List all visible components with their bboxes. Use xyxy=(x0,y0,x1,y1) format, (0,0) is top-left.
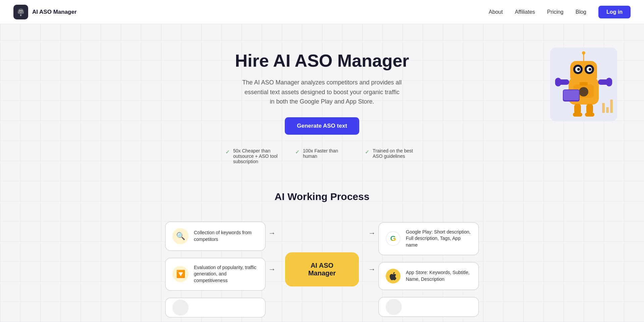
output-card-partial xyxy=(378,297,479,317)
input-card-evaluation: 🔽 Evaluation of popularity, traffic gene… xyxy=(165,258,266,291)
svg-point-3 xyxy=(19,10,20,11)
filter-icon: 🔽 xyxy=(172,266,189,282)
nav-about[interactable]: About xyxy=(489,9,503,15)
arrow-2: → xyxy=(268,255,276,284)
input-card-evaluation-text: Evaluation of popularity, traffic genera… xyxy=(194,264,258,284)
apple-icon xyxy=(386,269,400,283)
feature-item-2: ✓ 100x Faster than human xyxy=(295,148,349,164)
partial-icon-right xyxy=(386,299,402,315)
login-button[interactable]: Log in xyxy=(598,6,631,18)
output-cards-col: G Google Play: Short description, Full d… xyxy=(378,222,479,317)
ai-center-box: AI ASO Manager xyxy=(285,252,359,286)
svg-rect-30 xyxy=(573,113,582,117)
robot-illustration xyxy=(550,38,624,138)
process-section: AI Working Process 🔍 Collection of keywo… xyxy=(0,184,644,322)
svg-point-4 xyxy=(21,10,22,11)
hero-section: Hire AI ASO Manager The AI ASO Manager a… xyxy=(0,24,644,184)
input-cards-col: 🔍 Collection of keywords from competitor… xyxy=(165,221,266,318)
hero-subtitle: The AI ASO Manager analyzes competitors … xyxy=(241,78,402,107)
svg-rect-27 xyxy=(564,90,579,100)
ai-center-col: AI ASO Manager xyxy=(278,252,366,286)
svg-rect-5 xyxy=(19,12,22,13)
logo-area: AI ASO Manager xyxy=(13,5,77,19)
svg-rect-29 xyxy=(586,104,593,114)
feature-text-2: 100x Faster than human xyxy=(303,148,349,159)
right-arrows: → → → xyxy=(366,218,378,320)
svg-rect-21 xyxy=(555,78,561,86)
svg-point-25 xyxy=(579,87,588,96)
hero-title: Hire AI ASO Manager xyxy=(7,51,637,71)
partial-icon xyxy=(172,300,189,316)
nav: About Affiliates Pricing Blog Log in xyxy=(489,6,631,18)
svg-rect-34 xyxy=(610,100,613,113)
nav-blog[interactable]: Blog xyxy=(576,9,586,15)
feature-item-1: ✓ 50x Cheaper than outsource + ASO tool … xyxy=(225,148,279,164)
generate-aso-button[interactable]: Generate ASO text xyxy=(285,117,359,135)
input-card-keywords: 🔍 Collection of keywords from competitor… xyxy=(165,221,266,251)
output-card-google: G Google Play: Short description, Full d… xyxy=(378,222,479,255)
feature-text-3: Trained on the best ASO guidelines xyxy=(373,148,419,159)
arrow-right-1: → xyxy=(368,218,376,248)
google-icon: G xyxy=(386,231,400,246)
nav-affiliates[interactable]: Affiliates xyxy=(515,9,535,15)
logo-icon xyxy=(13,5,28,19)
svg-point-18 xyxy=(582,51,585,55)
feature-text-1: 50x Cheaper than outsource + ASO tool su… xyxy=(233,148,279,164)
input-card-partial xyxy=(165,298,266,318)
header: AI ASO Manager About Affiliates Pricing … xyxy=(0,0,644,24)
svg-rect-7 xyxy=(18,11,19,14)
nav-pricing[interactable]: Pricing xyxy=(547,9,564,15)
svg-rect-31 xyxy=(585,113,594,117)
logo-text: AI ASO Manager xyxy=(32,9,77,15)
output-card-apple: App Store: Keywords, Subtitle, Name, Des… xyxy=(378,262,479,290)
svg-rect-32 xyxy=(602,103,605,113)
svg-rect-23 xyxy=(606,78,612,86)
search-icon: 🔍 xyxy=(172,228,189,244)
main-content: Hire AI ASO Manager The AI ASO Manager a… xyxy=(0,0,644,322)
check-icon-1: ✓ xyxy=(225,149,230,155)
svg-rect-6 xyxy=(20,14,21,16)
svg-rect-33 xyxy=(606,107,609,113)
input-card-keywords-text: Collection of keywords from competitors xyxy=(194,230,258,243)
svg-point-15 xyxy=(577,68,580,71)
process-diagram: 🔍 Collection of keywords from competitor… xyxy=(0,218,644,320)
svg-point-16 xyxy=(589,68,591,71)
svg-rect-28 xyxy=(574,104,581,114)
arrow-1: → xyxy=(268,218,276,248)
features-row: ✓ 50x Cheaper than outsource + ASO tool … xyxy=(7,148,637,164)
feature-item-3: ✓ Trained on the best ASO guidelines xyxy=(365,148,419,164)
svg-rect-8 xyxy=(22,11,24,14)
output-card-apple-text: App Store: Keywords, Subtitle, Name, Des… xyxy=(406,269,472,282)
check-icon-2: ✓ xyxy=(295,149,300,155)
output-card-google-text: Google Play: Short description, Full des… xyxy=(406,229,472,249)
left-arrows: → → → xyxy=(266,218,278,320)
process-title: AI Working Process xyxy=(0,191,644,202)
check-icon-3: ✓ xyxy=(365,149,369,155)
arrow-right-2: → xyxy=(368,255,376,284)
